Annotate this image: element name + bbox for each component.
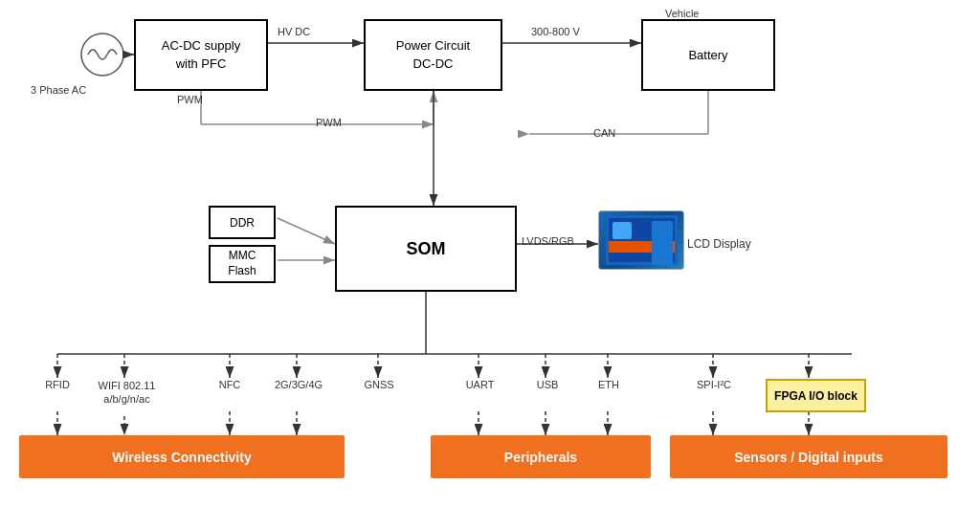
three-phase-label: 3 Phase AC	[31, 84, 86, 96]
cellular-label: 2G/3G/4G	[274, 379, 323, 390]
can-label: CAN	[593, 127, 615, 139]
pwm-top-label: PWM	[177, 94, 203, 105]
usb-label: USB	[534, 379, 561, 390]
wifi-label: WIFI 802.11 a/b/g/n/ac	[96, 379, 158, 407]
ddr-box: DDR	[209, 206, 276, 239]
lvds-rgb-label: LVDS/RGB	[522, 235, 574, 247]
eth-label: ETH	[595, 379, 622, 390]
peripherals-bar: Peripherals	[431, 435, 651, 478]
power-circuit-box: Power Circuit DC-DC	[364, 19, 502, 91]
svg-point-4	[81, 33, 123, 76]
gnss-label: GNSS	[359, 379, 399, 390]
ac-dc-box: AC-DC supply with PFC	[134, 19, 268, 91]
pwm-bottom-label: PWM	[316, 117, 342, 128]
fpga-box: FPGA I/O block	[766, 379, 866, 412]
lcd-display-label: LCD Display	[687, 237, 751, 251]
vehicle-label: Vehicle	[665, 8, 699, 19]
wireless-bar: Wireless Connectivity	[19, 435, 345, 478]
hv-dc-label: HV DC	[278, 26, 310, 37]
rfid-label: RFID	[40, 379, 75, 390]
uart-label: UART	[463, 379, 497, 390]
sensors-bar: Sensors / Digital inputs	[670, 435, 947, 478]
system-diagram: AC-DC supply with PFC Power Circuit DC-D…	[0, 0, 980, 507]
voltage-label: 300-800 V	[531, 26, 580, 37]
nfc-label: NFC	[214, 379, 245, 390]
lcd-display-image	[598, 210, 684, 270]
som-box: SOM	[335, 206, 517, 292]
battery-box: Battery	[641, 19, 775, 91]
spi-i2c-label: SPI-I²C	[692, 379, 736, 390]
svg-line-14	[278, 218, 335, 244]
mmc-flash-box: MMC Flash	[209, 245, 276, 283]
